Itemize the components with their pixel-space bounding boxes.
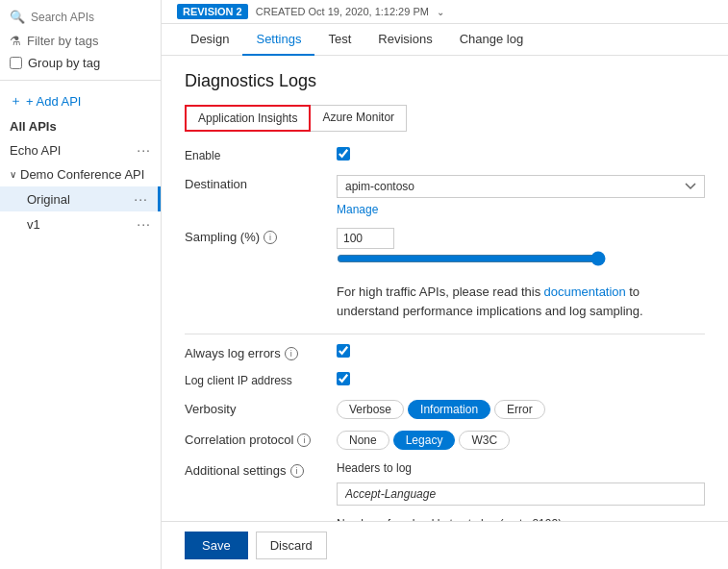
filter-row[interactable]: ⚗ Filter by tags xyxy=(0,30,161,52)
sidebar-item-echo[interactable]: Echo API ··· xyxy=(0,137,161,162)
sampling-number-input[interactable] xyxy=(337,228,394,249)
verbosity-row: Verbosity Verbose Information Error xyxy=(185,400,705,419)
log-ip-control xyxy=(337,372,705,388)
always-log-row: Always log errors i xyxy=(185,344,705,360)
search-row[interactable]: 🔍 xyxy=(0,4,161,30)
revision-badge: REVISION 2 xyxy=(177,4,248,19)
sidebar-item-original[interactable]: Original ··· xyxy=(0,186,161,211)
subtab-application-insights[interactable]: Application Insights xyxy=(185,105,311,132)
discard-button[interactable]: Discard xyxy=(256,532,327,559)
correlation-info-icon[interactable]: i xyxy=(297,433,311,447)
add-api-button[interactable]: ＋ + Add API xyxy=(0,87,161,115)
search-icon: 🔍 xyxy=(10,10,25,24)
topbar: REVISION 2 CREATED Oct 19, 2020, 1:12:29… xyxy=(162,0,728,24)
sub-tabs: Application Insights Azure Monitor xyxy=(185,105,705,132)
always-log-info-icon[interactable]: i xyxy=(285,347,298,360)
original-label: Original xyxy=(27,192,70,207)
tab-test[interactable]: Test xyxy=(314,24,364,56)
log-ip-row: Log client IP address xyxy=(185,372,705,388)
correlation-legacy[interactable]: Legacy xyxy=(393,431,456,450)
save-button[interactable]: Save xyxy=(185,532,248,559)
verbosity-control: Verbose Information Error xyxy=(337,400,705,419)
sampling-slider[interactable] xyxy=(337,251,606,266)
add-icon: ＋ xyxy=(10,92,22,110)
additional-settings-label: Additional settings i xyxy=(185,461,329,478)
v1-group: v1 xyxy=(10,217,40,232)
correlation-control: None Legacy W3C xyxy=(337,431,705,450)
demo-conference-group: ∨ Demo Conference API xyxy=(10,167,144,182)
original-dots[interactable]: ··· xyxy=(134,191,148,207)
destination-dropdown[interactable]: apim-contoso xyxy=(337,175,705,198)
enable-checkbox[interactable] xyxy=(337,147,350,161)
always-log-label: Always log errors i xyxy=(185,344,329,360)
demo-conference-label: Demo Conference API xyxy=(20,167,144,182)
echo-api-label: Echo API xyxy=(10,143,61,158)
headers-label: Headers to log xyxy=(337,461,705,475)
sidebar-item-demo-conference[interactable]: ∨ Demo Conference API xyxy=(0,162,161,186)
page-title: Diagnostics Logs xyxy=(185,71,705,91)
main-content: REVISION 2 CREATED Oct 19, 2020, 1:12:29… xyxy=(162,0,728,569)
filter-label: Filter by tags xyxy=(27,34,98,48)
verbosity-verbose[interactable]: Verbose xyxy=(337,400,404,419)
additional-settings-control: Headers to log Number of payload bytes t… xyxy=(337,461,705,521)
verbosity-group: Verbose Information Error xyxy=(337,400,705,419)
verbosity-information[interactable]: Information xyxy=(408,400,490,419)
tab-changelog[interactable]: Change log xyxy=(446,24,538,56)
demo-chevron-icon: ∨ xyxy=(10,169,16,180)
enable-row: Enable xyxy=(185,147,705,163)
correlation-w3c[interactable]: W3C xyxy=(459,431,510,450)
group-checkbox[interactable] xyxy=(10,57,22,69)
v1-label: v1 xyxy=(27,217,40,232)
v1-dots[interactable]: ··· xyxy=(137,216,151,232)
created-text: CREATED Oct 19, 2020, 1:12:29 PM xyxy=(256,6,429,17)
always-log-checkbox[interactable] xyxy=(337,344,350,358)
correlation-label: Correlation protocol i xyxy=(185,431,329,447)
group-row[interactable]: Group by tag xyxy=(0,52,161,74)
verbosity-label: Verbosity xyxy=(185,400,329,416)
enable-label: Enable xyxy=(185,147,329,162)
revision-dropdown-icon[interactable]: ⌄ xyxy=(437,7,444,17)
content-area: Diagnostics Logs Application Insights Az… xyxy=(162,56,728,521)
add-api-label: + Add API xyxy=(26,94,81,109)
destination-label: Destination xyxy=(185,175,329,191)
log-ip-label: Log client IP address xyxy=(185,372,329,387)
sidebar-item-v1[interactable]: v1 ··· xyxy=(0,211,161,236)
always-log-control xyxy=(337,344,705,360)
divider-2 xyxy=(185,334,705,334)
slider-container xyxy=(337,249,705,271)
headers-input[interactable] xyxy=(337,482,705,506)
tab-settings[interactable]: Settings xyxy=(242,24,314,56)
sampling-label: Sampling (%) i xyxy=(185,228,329,244)
additional-info-icon[interactable]: i xyxy=(290,464,304,478)
additional-settings-row: Additional settings i Headers to log Num… xyxy=(185,461,705,521)
info-text: For high traffic APIs, please read this … xyxy=(337,283,705,320)
search-input[interactable] xyxy=(31,11,151,24)
correlation-none[interactable]: None xyxy=(337,431,389,450)
divider-1 xyxy=(0,80,161,81)
enable-control xyxy=(337,147,705,163)
destination-control: apim-contoso Manage xyxy=(337,175,705,216)
verbosity-error[interactable]: Error xyxy=(494,400,545,419)
filter-icon: ⚗ xyxy=(10,34,21,48)
documentation-link[interactable]: documentation xyxy=(544,284,626,299)
correlation-row: Correlation protocol i None Legacy W3C xyxy=(185,431,705,450)
nav-tabs: Design Settings Test Revisions Change lo… xyxy=(162,24,728,56)
sampling-info-icon[interactable]: i xyxy=(264,231,277,244)
subtab-azure-monitor[interactable]: Azure Monitor xyxy=(311,105,407,132)
tab-revisions[interactable]: Revisions xyxy=(364,24,445,56)
footer: Save Discard xyxy=(162,521,728,569)
sampling-control xyxy=(337,228,705,271)
group-label: Group by tag xyxy=(28,56,100,70)
all-apis-header: All APIs xyxy=(0,115,161,137)
sidebar: 🔍 ⚗ Filter by tags Group by tag ＋ + Add … xyxy=(0,0,162,569)
destination-row: Destination apim-contoso Manage xyxy=(185,175,705,216)
correlation-group: None Legacy W3C xyxy=(337,431,705,450)
sampling-row: Sampling (%) i xyxy=(185,228,705,271)
log-ip-checkbox[interactable] xyxy=(337,372,350,385)
manage-link[interactable]: Manage xyxy=(337,203,378,216)
tab-design[interactable]: Design xyxy=(177,24,242,56)
original-group: Original xyxy=(10,192,70,207)
echo-api-dots[interactable]: ··· xyxy=(137,142,151,158)
